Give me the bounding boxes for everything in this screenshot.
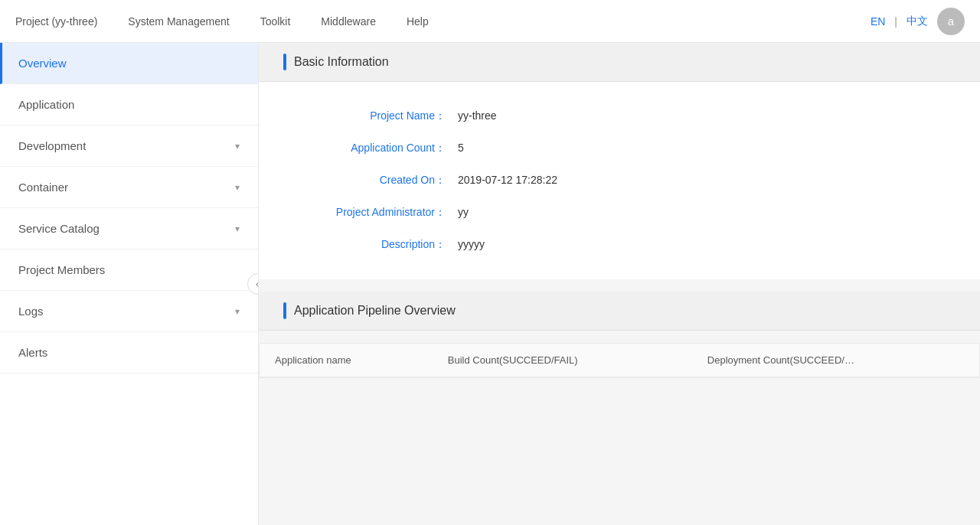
sidebar-item-label: Development [18, 139, 86, 152]
app-count-value: 5 [458, 142, 464, 154]
project-admin-row: Project Administrator： yy [259, 197, 980, 229]
sidebar: Overview Application Development ▾ Conta… [0, 43, 259, 525]
sidebar-item-label: Application [18, 98, 74, 111]
app-count-row: Application Count： 5 [259, 132, 980, 165]
created-on-value: 2019-07-12 17:28:22 [458, 174, 557, 186]
project-nav-item[interactable]: Project (yy-three) [15, 15, 97, 28]
app-count-label: Application Count： [305, 142, 458, 155]
sidebar-item-container[interactable]: Container ▾ [0, 167, 258, 208]
sidebar-item-application[interactable]: Application [0, 84, 258, 126]
sidebar-item-service-catalog[interactable]: Service Catalog ▾ [0, 208, 258, 249]
chevron-down-icon: ▾ [235, 182, 240, 193]
project-name-value: yy-three [458, 109, 497, 122]
sidebar-item-label: Logs [18, 305, 44, 318]
lang-en[interactable]: EN [871, 15, 885, 28]
created-on-label: Created On： [305, 174, 458, 188]
basic-info-card: Project Name： yy-three Application Count… [259, 82, 980, 279]
toolkit-nav-item[interactable]: Toolkit [260, 15, 291, 28]
chevron-down-icon: ▾ [235, 306, 240, 317]
lang-zh[interactable]: 中文 [906, 15, 928, 28]
pipeline-table: Application name Build Count(SUCCEED/FAI… [260, 344, 979, 377]
chevron-down-icon: ▾ [235, 141, 240, 152]
help-nav-item[interactable]: Help [407, 15, 429, 28]
sidebar-item-label: Project Members [18, 263, 105, 276]
sidebar-item-project-members[interactable]: Project Members [0, 249, 258, 291]
col-build-count: Build Count(SUCCEED/FAIL) [433, 344, 692, 377]
chevron-down-icon: ▾ [235, 223, 240, 234]
pipeline-table-wrapper: Application name Build Count(SUCCEED/FAI… [259, 343, 980, 378]
basic-info-header: Basic Information [259, 43, 980, 82]
topnav-right: EN | 中文 a [871, 8, 965, 35]
created-on-row: Created On： 2019-07-12 17:28:22 [259, 165, 980, 197]
sidebar-item-logs[interactable]: Logs ▾ [0, 291, 258, 332]
description-label: Description： [305, 238, 458, 252]
sidebar-item-development[interactable]: Development ▾ [0, 126, 258, 167]
system-management-nav-item[interactable]: System Management [128, 15, 229, 28]
sidebar-item-label: Container [18, 181, 68, 194]
pipeline-header: Application Pipeline Overview [259, 292, 980, 331]
project-admin-label: Project Administrator： [305, 206, 458, 220]
section-accent-bar [283, 54, 286, 70]
middleware-nav-item[interactable]: Middleware [321, 15, 376, 28]
main-layout: Overview Application Development ▾ Conta… [0, 43, 980, 525]
description-row: Description： yyyyy [259, 229, 980, 261]
col-app-name: Application name [260, 344, 433, 377]
pipeline-title: Application Pipeline Overview [294, 304, 456, 318]
table-header-row: Application name Build Count(SUCCEED/FAI… [260, 344, 979, 377]
section-accent-bar [283, 302, 286, 319]
sidebar-item-alerts[interactable]: Alerts [0, 332, 258, 373]
lang-separator: | [894, 15, 897, 28]
sidebar-item-overview[interactable]: Overview [0, 43, 258, 84]
sidebar-item-label: Service Catalog [18, 222, 100, 235]
sidebar-item-label: Alerts [18, 346, 47, 359]
project-name-row: Project Name： yy-three [259, 100, 980, 132]
basic-info-title: Basic Information [294, 55, 389, 69]
col-deployment-count: Deployment Count(SUCCEED/… [692, 344, 979, 377]
topnav-left: Project (yy-three) System Management Too… [15, 15, 871, 28]
project-name-label: Project Name： [305, 109, 458, 123]
main-content: Basic Information Project Name： yy-three… [259, 43, 980, 525]
sidebar-item-label: Overview [18, 57, 67, 70]
user-avatar[interactable]: a [937, 8, 965, 35]
top-navigation: Project (yy-three) System Management Too… [0, 0, 980, 43]
description-value: yyyyy [458, 238, 485, 250]
project-admin-value: yy [458, 206, 469, 218]
